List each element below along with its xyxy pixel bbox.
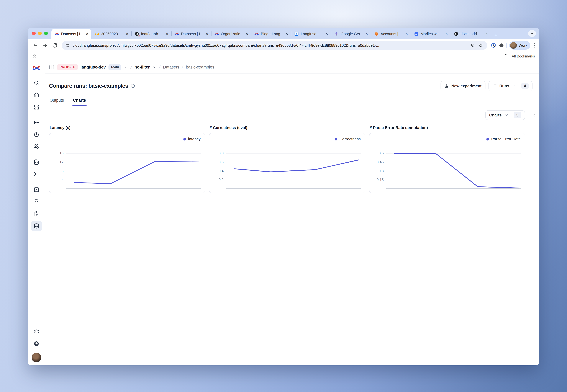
y-axis-tick: 12 xyxy=(59,160,64,164)
tab-close-icon[interactable]: ✕ xyxy=(404,31,409,36)
terminal-icon[interactable] xyxy=(31,169,42,179)
browser-tab-gemini[interactable]: Google Ger ✕ xyxy=(331,29,371,39)
new-experiment-button[interactable]: New experiment xyxy=(440,81,485,91)
runs-selector-button[interactable]: Runs 4 xyxy=(488,81,533,91)
org-switcher-chevron-icon[interactable] xyxy=(124,65,128,69)
forward-button[interactable] xyxy=(41,41,50,50)
project-switcher-chevron-icon[interactable] xyxy=(152,65,156,69)
tab-close-icon[interactable]: ✕ xyxy=(324,31,329,36)
y-axis-tick: 0.8 xyxy=(219,151,224,155)
browser-tab-marlies[interactable]: Marlies we ✕ xyxy=(411,29,451,39)
close-window-button[interactable] xyxy=(32,32,36,35)
charts-panel: Charts 3 Latency (s) xyxy=(45,106,539,365)
profile-name: Work xyxy=(519,43,527,48)
tab-close-icon[interactable]: ✕ xyxy=(244,31,249,36)
extensions-puzzle-icon[interactable] xyxy=(499,43,504,48)
tab-close-icon[interactable]: ✕ xyxy=(85,31,90,36)
list-tree-icon[interactable] xyxy=(31,117,42,128)
gear-icon[interactable] xyxy=(31,326,42,337)
correctness-chart[interactable]: Correctness 0.80.60.40.2 xyxy=(209,133,365,193)
info-icon[interactable] xyxy=(130,84,135,88)
collapse-rail xyxy=(529,106,539,365)
y-axis-tick: 0.15 xyxy=(377,178,384,182)
plot-area: 0.60.450.30.15 xyxy=(386,149,521,189)
page-title: Compare runs: basic-examples xyxy=(49,83,128,89)
apps-grid-icon[interactable] xyxy=(32,53,37,59)
flask-icon xyxy=(444,84,449,88)
blue-list-icon xyxy=(414,31,419,36)
database-icon[interactable] xyxy=(31,221,42,231)
parse-error-rate-chart[interactable]: Parse Error Rate 0.60.450.30.15 xyxy=(369,133,525,193)
browser-tab-blog[interactable]: Blog - Lang ✕ xyxy=(251,29,291,39)
browser-menu-icon[interactable] xyxy=(533,42,536,49)
file-code-icon[interactable] xyxy=(31,157,42,167)
users-icon[interactable] xyxy=(31,141,42,152)
browser-tab-colab[interactable]: 20250923 ✕ xyxy=(91,29,131,39)
browser-tab-github-pr[interactable]: ✕ feat(io-tab ✕ xyxy=(131,29,171,39)
tab-close-icon[interactable]: ✕ xyxy=(125,31,129,36)
browser-tab-docs[interactable]: docs: add ✕ xyxy=(451,29,491,39)
chart-legend: Parse Error Rate xyxy=(486,137,521,141)
zoom-page-icon[interactable] xyxy=(470,43,476,48)
breadcrumb-dataset-name[interactable]: basic-examples xyxy=(186,65,214,70)
tab-close-icon[interactable]: ✕ xyxy=(364,31,369,36)
home-icon[interactable] xyxy=(31,90,42,100)
maximize-window-button[interactable] xyxy=(44,32,48,35)
square-percent-icon[interactable] xyxy=(31,184,42,195)
plot-area: 0.80.60.40.2 xyxy=(226,149,361,189)
browser-tab-datasets-active[interactable]: Datasets | L ✕ xyxy=(51,29,91,39)
title-actions: New experiment Runs 4 xyxy=(440,81,533,91)
tab-close-icon[interactable]: ✕ xyxy=(165,31,170,36)
layout-grid-icon[interactable] xyxy=(31,102,42,112)
browser-tab-strip: Datasets | L ✕ 20250923 ✕ ✕ feat(io-tab xyxy=(28,28,539,39)
latency-chart[interactable]: latency 161284 xyxy=(49,133,205,193)
tab-close-icon[interactable]: ✕ xyxy=(484,31,489,36)
clock-icon[interactable] xyxy=(31,129,42,140)
back-button[interactable] xyxy=(31,41,40,50)
browser-profile-chip[interactable]: Work xyxy=(509,41,530,50)
tab-title: docs: add xyxy=(460,32,482,36)
browser-toolbar: cloud.langfuse.com/project/cmfwgv8fx002o… xyxy=(28,39,539,52)
reload-button[interactable] xyxy=(50,41,59,50)
breadcrumb-datasets[interactable]: Datasets xyxy=(163,65,179,70)
site-settings-icon[interactable] xyxy=(65,43,70,48)
plot-area: 161284 xyxy=(66,149,201,189)
browser-tab-organization[interactable]: Organizatio ✕ xyxy=(211,29,251,39)
all-bookmarks-label: All Bookmarks xyxy=(512,54,535,58)
chart-legend: Correctness xyxy=(335,137,361,141)
browser-tab-calendar[interactable]: 6 Langfuse - ✕ xyxy=(291,29,331,39)
y-axis-tick: 0.6 xyxy=(379,151,384,155)
calendar-icon: 6 xyxy=(294,31,299,36)
lightbulb-icon[interactable] xyxy=(31,196,42,207)
y-axis-tick: 0.6 xyxy=(219,160,224,164)
browser-tab-accounts[interactable]: Accounts | ✕ xyxy=(371,29,411,39)
new-tab-button[interactable]: + xyxy=(492,31,500,39)
organization-name[interactable]: langfuse-dev xyxy=(81,65,106,70)
tab-close-icon[interactable]: ✕ xyxy=(444,31,449,36)
window-controls xyxy=(32,32,48,35)
tab-close-icon[interactable]: ✕ xyxy=(284,31,289,36)
browser-tab-datasets-2[interactable]: Datasets | L ✕ xyxy=(171,29,211,39)
url-text[interactable]: cloud.langfuse.com/project/cmfwgv8fx002o… xyxy=(73,43,468,48)
tab-outputs[interactable]: Outputs xyxy=(49,96,65,106)
search-icon[interactable] xyxy=(31,78,42,88)
tab-close-icon[interactable]: ✕ xyxy=(205,31,209,36)
runs-count-badge: 4 xyxy=(521,83,529,89)
lifebuoy-icon[interactable] xyxy=(31,338,42,349)
all-bookmarks[interactable]: All Bookmarks xyxy=(502,54,535,59)
minimize-window-button[interactable] xyxy=(38,32,42,35)
clipboard-pen-icon[interactable] xyxy=(31,209,42,219)
password-manager-icon[interactable] xyxy=(491,43,496,48)
user-avatar[interactable] xyxy=(32,353,41,362)
chevron-left-icon[interactable] xyxy=(532,113,537,117)
project-name[interactable]: no-filter xyxy=(134,65,150,70)
panel-toggle-icon[interactable] xyxy=(49,64,55,70)
tab-charts[interactable]: Charts xyxy=(72,96,87,106)
app-header: PROD-EU langfuse-dev Team / no-filter / … xyxy=(45,61,539,73)
bookmark-star-icon[interactable] xyxy=(478,43,483,48)
charts-selector-button[interactable]: Charts 3 xyxy=(485,110,525,120)
address-bar[interactable]: cloud.langfuse.com/project/cmfwgv8fx002o… xyxy=(62,41,487,50)
breadcrumb-separator: / xyxy=(182,65,184,70)
y-axis-tick: 0.45 xyxy=(377,160,384,164)
tab-search-button[interactable] xyxy=(528,30,536,37)
